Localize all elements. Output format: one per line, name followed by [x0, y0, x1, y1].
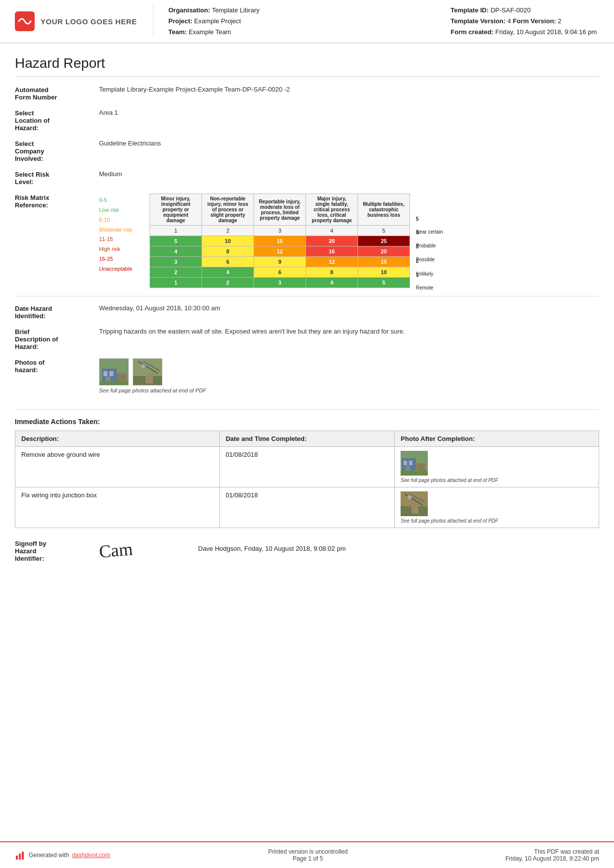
svg-rect-25: [411, 505, 418, 514]
hazard-photo-1: [99, 358, 129, 386]
m-4-1: 4: [150, 246, 202, 257]
signoff-text: Dave Hodgson, Friday, 10 August 2018, 9:…: [198, 540, 346, 552]
project-value: Example Project: [194, 17, 241, 25]
header-logo: YOUR LOGO GOES HERE: [15, 5, 154, 38]
brief-desc-label: BriefDescription ofHazard:: [15, 328, 99, 350]
hazard-photo-1-svg: [100, 359, 129, 386]
legend-low-range: 0-5: [99, 197, 107, 203]
m-3-3: 9: [254, 257, 306, 267]
m-5-4: 20: [306, 236, 358, 246]
cn4: 4: [306, 226, 358, 236]
footer-center: Printed version is uncontrolled Page 1 o…: [268, 848, 348, 862]
svg-rect-4: [109, 371, 113, 376]
m-4-4: 16: [306, 246, 358, 257]
logo-text: YOUR LOGO GOES HERE: [41, 17, 137, 26]
consequence-num-row: 1 2 3 4 5: [150, 226, 410, 236]
svg-rect-12: [146, 374, 153, 384]
main-content: Hazard Report AutomatedForm Number Templ…: [0, 44, 614, 622]
lh-remote: 1Remote: [416, 274, 443, 288]
automated-value: Template Library-Example Project-Example…: [99, 86, 599, 101]
proper-matrix-wrapper: Risk MatrixReference: 0-5 Low risk 6-10 …: [15, 193, 599, 288]
date-hazard-value: Wednesday, 01 August 2018, 10:30:00 am: [99, 304, 599, 320]
actions-table: Description: Date and Time Completed: Ph…: [15, 431, 599, 528]
team-label: Team:: [168, 28, 187, 36]
footer-page: Page 1 of 5: [268, 855, 348, 862]
header-right: Template ID: DP-SAF-0020 Template Versio…: [451, 5, 599, 38]
company-label: SelectCompanyInvolved:: [15, 140, 99, 162]
m-5-1: 5: [150, 236, 202, 246]
photos-container: [99, 358, 599, 386]
matrix-legend: 0-5 Low risk 6-10 Moderate risk 11-15 Hi…: [99, 193, 144, 288]
likelihood-labels: 5Near certain 4Probable 3Possible 2Unlik…: [416, 193, 443, 288]
m-5-5: 25: [358, 236, 410, 246]
org-value: Template Library: [212, 6, 259, 14]
matrix-container: 0-5 Low risk 6-10 Moderate risk 11-15 Hi…: [99, 193, 443, 288]
m-3-4: 12: [306, 257, 358, 267]
date-hazard-row: Date HazardIdentified: Wednesday, 01 Aug…: [15, 304, 599, 320]
action-row-1: Remove above ground wire 01/08/2018: [15, 447, 599, 487]
legend-unacceptable-label: Unacceptable: [99, 266, 132, 272]
footer-left: Generated with dashpivot.com: [15, 850, 110, 861]
form-created-value: Friday, 10 August 2018, 9:04:16 pm: [495, 28, 597, 36]
con-h1: Minor injury, insignificant property or …: [150, 194, 202, 226]
footer-link[interactable]: dashpivot.com: [72, 852, 110, 859]
col-description-header: Description:: [15, 431, 220, 447]
signoff-content: Cam Dave Hodgson, Friday, 10 August 2018…: [99, 540, 346, 562]
actions-header-row: Description: Date and Time Completed: Ph…: [15, 431, 599, 447]
svg-rect-7: [100, 381, 129, 386]
company-value: Guideline Electricians: [99, 140, 599, 162]
footer: Generated with dashpivot.com Printed ver…: [0, 841, 614, 868]
m-1-2: 2: [202, 278, 254, 288]
template-version-label: Template Version:: [451, 17, 506, 25]
risk-level-label: Select RiskLevel:: [15, 170, 99, 186]
con-h3: Reportable injury, moderate loss of proc…: [254, 194, 306, 226]
action-1-photo-caption: See full page photos attached at end of …: [401, 478, 593, 483]
cn3: 3: [254, 226, 306, 236]
action-2-photo-caption: See full page photos attached at end of …: [401, 518, 593, 524]
m-4-3: 12: [254, 246, 306, 257]
m-2-2: 4: [202, 267, 254, 278]
matrix-row-near-certain: 5 10 15 20 25: [150, 236, 410, 246]
action-1-date: 01/08/2018: [219, 447, 395, 487]
svg-rect-28: [19, 854, 21, 860]
location-label: SelectLocation ofHazard:: [15, 109, 99, 132]
con-h4: Major injury, single fatality, critical …: [306, 194, 358, 226]
proper-matrix-label: Risk MatrixReference:: [15, 193, 99, 288]
form-version-label: Form Version:: [513, 17, 556, 25]
m-5-3: 15: [254, 236, 306, 246]
cn1: 1: [150, 226, 202, 236]
m-1-3: 3: [254, 278, 306, 288]
action-1-description: Remove above ground wire: [15, 447, 220, 487]
matrix-row-probable: 4 8 12 16 20: [150, 246, 410, 257]
signature-image: Cam: [98, 538, 133, 562]
m-1-5: 5: [358, 278, 410, 288]
footer-page-of: of 5: [313, 855, 323, 862]
m-3-1: 3: [150, 257, 202, 267]
legend-mod-range: 6-10: [99, 217, 110, 223]
legend-mod-label: Moderate risk: [99, 227, 132, 233]
m-3-2: 6: [202, 257, 254, 267]
cn2: 2: [202, 226, 254, 236]
footer-logo-icon: [15, 850, 26, 861]
divider-2: [15, 409, 599, 410]
svg-rect-17: [409, 461, 412, 465]
location-value: Area 1: [99, 109, 599, 132]
hazard-photo-2-svg: [133, 359, 162, 386]
header-middle: Organisation: Template Library Project: …: [154, 5, 451, 38]
matrix-row-remote: 1 2 3 4 5: [150, 278, 410, 288]
immediate-actions-title: Immediate Actions Taken:: [15, 418, 599, 426]
form-created-label: Form created:: [451, 28, 494, 36]
legend-unacceptable-range: 16-25: [99, 256, 113, 262]
signoff-row: Signoff byHazardIdentifier: Cam Dave Hod…: [15, 540, 599, 562]
page-title: Hazard Report: [15, 55, 599, 77]
automated-label: AutomatedForm Number: [15, 86, 99, 101]
signoff-label: Signoff byHazardIdentifier:: [15, 540, 99, 562]
divider-1: [15, 296, 599, 296]
photos-label: Photos ofhazard:: [15, 358, 99, 401]
action-2-date: 01/08/2018: [219, 487, 395, 528]
risk-level-row: Select RiskLevel: Medium: [15, 170, 599, 186]
matrix-row-unlikely: 2 4 6 8 10: [150, 267, 410, 278]
company-row: SelectCompanyInvolved: Guideline Electri…: [15, 140, 599, 162]
brief-desc-row: BriefDescription ofHazard: Tripping haza…: [15, 328, 599, 350]
template-id-value: DP-SAF-0020: [491, 6, 531, 14]
